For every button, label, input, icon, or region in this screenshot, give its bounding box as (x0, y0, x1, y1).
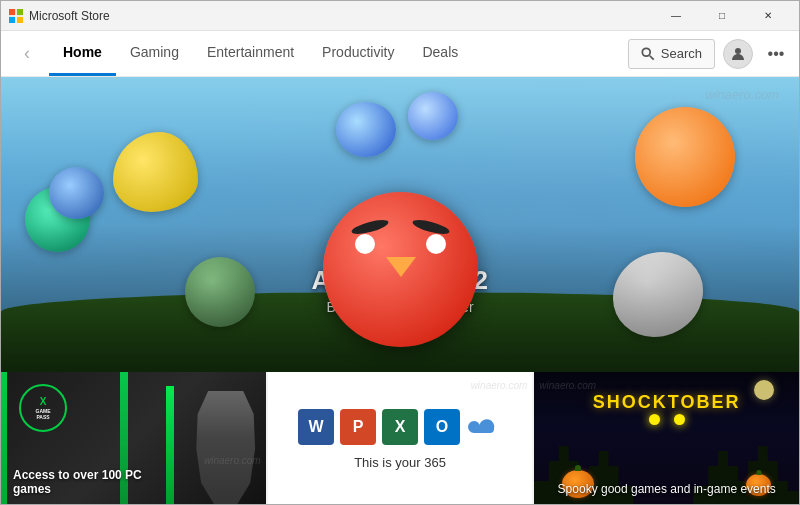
pumpkin-stem-r (756, 470, 761, 475)
excel-icon: X (382, 409, 418, 445)
card-shocktober-label: Spooky good games and in-game events (546, 482, 787, 496)
onedrive-icon (466, 409, 502, 445)
nav-bar: ‹ Home Gaming Entertainment Productivity… (1, 31, 799, 77)
back-button[interactable]: ‹ (9, 36, 45, 72)
svg-rect-1 (17, 9, 23, 15)
shocktober-title: SHOCKTOBER (593, 392, 741, 413)
card-1-accent (1, 372, 7, 505)
more-button[interactable]: ••• (761, 39, 791, 69)
xbox-badge: X GAMEPASS (19, 384, 67, 432)
title-bar: Microsoft Store — □ ✕ (1, 1, 799, 31)
cards-row: X GAMEPASS Access to over 100 PC games w… (1, 372, 799, 505)
app-icon (9, 9, 23, 23)
owl-eyes (649, 414, 685, 425)
eye-left (355, 234, 375, 254)
pumpkin-stem-l (575, 465, 581, 471)
nav-item-deals[interactable]: Deals (408, 31, 472, 76)
window-controls: — □ ✕ (653, 1, 791, 31)
svg-point-4 (642, 48, 650, 56)
brow-left (350, 217, 389, 236)
cloud-svg (468, 415, 500, 439)
owl-eye-right (674, 414, 685, 425)
moon (754, 380, 774, 400)
card-office365-label: This is your 365 (354, 455, 446, 470)
card-gamepass-label: Access to over 100 PC games (13, 468, 143, 496)
account-button[interactable] (723, 39, 753, 69)
xbox-text: GAMEPASS (36, 408, 51, 421)
word-icon: W (298, 409, 334, 445)
powerpoint-icon: P (340, 409, 376, 445)
nav-right: Search ••• (628, 39, 791, 69)
card-gamepass[interactable]: X GAMEPASS Access to over 100 PC games w… (1, 372, 266, 505)
glow-strip (166, 386, 174, 505)
nav-item-productivity[interactable]: Productivity (308, 31, 408, 76)
search-button[interactable]: Search (628, 39, 715, 69)
watermark-card2: winaero.com (471, 380, 528, 391)
character-silhouette (191, 391, 261, 505)
svg-rect-2 (9, 16, 15, 22)
maximize-button[interactable]: □ (699, 1, 745, 31)
search-icon (641, 47, 655, 61)
office-icons: W P X O (298, 409, 502, 445)
outlook-icon: O (424, 409, 460, 445)
svg-rect-3 (17, 16, 23, 22)
svg-point-6 (735, 48, 741, 54)
close-button[interactable]: ✕ (745, 1, 791, 31)
account-icon (730, 46, 746, 62)
xbox-x: X (40, 396, 47, 408)
svg-rect-0 (9, 9, 15, 15)
window-title: Microsoft Store (29, 9, 110, 23)
minimize-button[interactable]: — (653, 1, 699, 31)
nav-item-home[interactable]: Home (49, 31, 116, 76)
brow-right (411, 217, 450, 236)
owl-eye-left (649, 414, 660, 425)
hero-banner[interactable]: winaero.com winaero.com Angry Birds 2 Bi… (1, 77, 799, 372)
card-shocktober[interactable]: SHOCKTOBER Spooky good games and in-game… (532, 372, 799, 505)
search-label: Search (661, 46, 702, 61)
svg-line-5 (650, 55, 654, 59)
bird-big-red (323, 192, 478, 347)
eye-right (426, 234, 446, 254)
character-area (166, 386, 266, 505)
card-office365[interactable]: W P X O This is your 365 winaero.com (266, 372, 533, 505)
nav-item-gaming[interactable]: Gaming (116, 31, 193, 76)
beak (386, 257, 416, 277)
nav-items: Home Gaming Entertainment Productivity D… (49, 31, 628, 76)
nav-item-entertainment[interactable]: Entertainment (193, 31, 308, 76)
title-bar-left: Microsoft Store (9, 9, 110, 23)
